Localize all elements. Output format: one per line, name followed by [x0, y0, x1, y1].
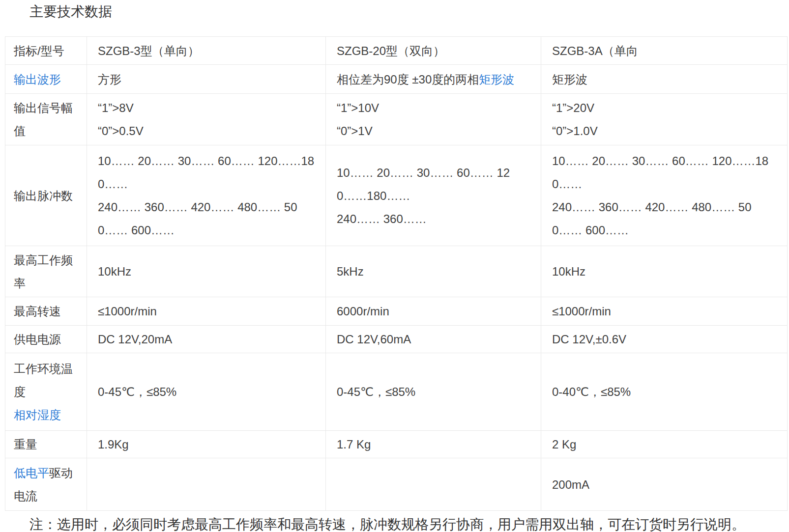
row-label: 工作环境温度相对湿度 [5, 353, 87, 431]
cell: DC 12V,±0.6V [541, 326, 788, 353]
text: 值 [14, 124, 26, 138]
column-header: SZGB-3A（单向 [541, 37, 788, 65]
cell-line: 0…… 600…… [552, 219, 783, 242]
table-body: 输出波形方形相位差为90度 ±30度的两相矩形波矩形波输出信号幅值“1”>8V“… [5, 65, 788, 511]
cell: “1”>10V“0”>1V [326, 94, 541, 145]
text: 240…… 360…… 420…… 480…… 50 [98, 200, 297, 214]
column-header: SZGB-20型（双向） [326, 37, 541, 65]
text: 0-45℃，≤85% [337, 385, 415, 398]
text: 2 Kg [552, 438, 576, 451]
cell-line: 方形 [98, 68, 321, 91]
footnote: 注：选用时，必须同时考虑最高工作频率和最高转速，脉冲数规格另行协商，用户需用双出… [29, 516, 788, 532]
cell-line: 输出信号幅 [14, 96, 83, 119]
text: 相位差为90度 ±30度的两相 [337, 73, 479, 86]
header-row: 指标/型号SZGB-3型（单向）SZGB-20型（双向）SZGB-3A（单向 [5, 37, 788, 65]
link[interactable]: 低电平 [14, 466, 49, 479]
text: 最高工作频 [14, 253, 73, 267]
text: “1”>20V [552, 101, 594, 114]
cell: 10…… 20…… 30…… 60…… 120……180……240…… 360…… [541, 145, 788, 246]
text: 供电电源 [14, 333, 61, 346]
cell: “1”>8V“0”>0.5V [87, 94, 326, 145]
cell: 5kHz [326, 246, 541, 297]
cell: 0-40℃，≤85% [541, 353, 788, 431]
spec-table: 指标/型号SZGB-3型（单向）SZGB-20型（双向）SZGB-3A（单向 输… [5, 36, 788, 511]
text: ≤1000r/min [98, 305, 157, 318]
text: 200mA [552, 478, 589, 491]
text: 0…… 600…… [98, 224, 175, 237]
cell-line: 0…… 600…… [98, 219, 321, 242]
text: 率 [14, 277, 26, 290]
cell-line: 10…… 20…… 30…… 60…… 12 [337, 161, 537, 184]
cell: DC 12V,60mA [326, 326, 541, 353]
cell: DC 12V,20mA [87, 326, 326, 353]
cell-line: 0-45℃，≤85% [98, 380, 321, 403]
cell-line: 10kHz [98, 260, 321, 283]
table-row: 工作环境温度相对湿度0-45℃，≤85%0-45℃，≤85%0-40℃，≤85% [5, 353, 788, 431]
link[interactable]: 相对湿度 [14, 408, 61, 421]
text: DC 12V,±0.6V [552, 333, 626, 346]
text: 驱动 [49, 466, 73, 479]
link[interactable]: 输出波形 [14, 73, 61, 86]
cell: 10kHz [87, 246, 326, 297]
cell-line: 重量 [14, 433, 83, 456]
cell: 0-45℃，≤85% [87, 353, 326, 431]
row-label: 低电平驱动电流 [5, 458, 87, 511]
cell-line: 最高转速 [14, 300, 83, 323]
table-header: 指标/型号SZGB-3型（单向）SZGB-20型（双向）SZGB-3A（单向 [5, 37, 788, 65]
text: 5kHz [337, 265, 364, 278]
cell-line: 240…… 360…… 420…… 480…… 50 [98, 196, 321, 219]
table-row: 最高转速≤1000r/min6000r/min≤1000r/min [5, 297, 788, 326]
table-row: 输出信号幅值“1”>8V“0”>0.5V“1”>10V“0”>1V“1”>20V… [5, 94, 788, 145]
cell-line: 10…… 20…… 30…… 60…… 120……18 [98, 149, 321, 172]
text: 矩形波 [552, 73, 587, 86]
cell-line: 工作环境温 [14, 357, 83, 380]
row-label: 最高工作频率 [5, 246, 87, 297]
row-label: 输出波形 [5, 65, 87, 94]
text: 240…… 360…… 420…… 480…… 50 [552, 200, 752, 214]
cell: 2 Kg [541, 431, 788, 458]
cell-line: 240…… 360…… 420…… 480…… 50 [552, 196, 783, 219]
text: 度 [14, 385, 26, 398]
cell-line: ≤1000r/min [98, 300, 321, 323]
row-label: 输出信号幅值 [5, 94, 87, 145]
text: 10…… 20…… 30…… 60…… 12 [337, 166, 510, 179]
cell: 10…… 20…… 30…… 60…… 120……180……240…… 360…… [326, 145, 541, 246]
table-row: 低电平驱动电流200mA [5, 458, 788, 511]
cell-line: ≤1000r/min [552, 300, 783, 323]
text: 10kHz [98, 265, 131, 278]
row-label: 最高转速 [5, 297, 87, 326]
text: 0……180…… [337, 189, 410, 202]
text: 重量 [14, 438, 37, 451]
text: 240…… 360…… [337, 212, 427, 225]
text: 输出脉冲数 [14, 189, 73, 202]
cell-line: 电流 [14, 484, 83, 507]
cell-line: 0……180…… [337, 184, 537, 207]
text: 工作环境温 [14, 362, 73, 375]
cell-line: 值 [14, 119, 83, 142]
column-header: SZGB-3型（单向） [87, 37, 326, 65]
cell-line: 度 [14, 380, 83, 403]
cell-line: 相对湿度 [14, 403, 83, 426]
cell: ≤1000r/min [541, 297, 788, 326]
cell-line: “0”>1V [337, 119, 537, 142]
text: 1.7 Kg [337, 438, 371, 451]
cell-line: 0-45℃，≤85% [337, 380, 537, 403]
cell: “1”>20V“0”>1.0V [541, 94, 788, 145]
table-row: 输出脉冲数10…… 20…… 30…… 60…… 120……180……240……… [5, 145, 788, 246]
text: 0-45℃，≤85% [98, 385, 176, 398]
text: “0”>1V [337, 124, 373, 138]
text: “0”>0.5V [98, 124, 144, 138]
text: “1”>8V [98, 101, 134, 114]
cell: 10kHz [541, 246, 788, 297]
cell: 方形 [87, 65, 326, 94]
cell: 0-45℃，≤85% [326, 353, 541, 431]
link[interactable]: 矩形波 [479, 73, 514, 86]
cell-line: 输出脉冲数 [14, 184, 83, 207]
cell-line: DC 12V,60mA [337, 328, 537, 351]
cell [87, 458, 326, 511]
text: 方形 [98, 73, 121, 86]
cell-line: “1”>8V [98, 96, 321, 119]
text: 6000r/min [337, 305, 389, 318]
cell-line: 2 Kg [552, 433, 783, 456]
cell-line: 10kHz [552, 260, 783, 283]
